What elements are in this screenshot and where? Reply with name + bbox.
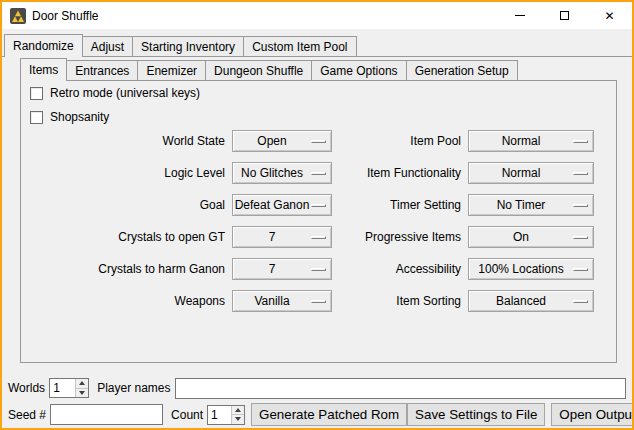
spin-down-icon (79, 391, 85, 395)
save-settings-button[interactable]: Save Settings to File (407, 403, 545, 426)
option-row-goal: Goal Defeat Ganon (30, 194, 332, 216)
item-functionality-dropdown[interactable]: Normal (468, 162, 594, 184)
logic-level-dropdown[interactable]: No Glitches (232, 162, 332, 184)
close-button[interactable]: ✕ (587, 2, 632, 29)
option-row-timer-setting: Timer Setting No Timer (340, 194, 594, 216)
tab-enemizer[interactable]: Enemizer (137, 60, 206, 80)
minimize-icon (515, 15, 525, 16)
option-row-item-pool: Item Pool Normal (340, 130, 594, 152)
tab-custom-item-pool[interactable]: Custom Item Pool (243, 36, 356, 56)
timer-setting-label: Timer Setting (340, 198, 468, 212)
goal-dropdown[interactable]: Defeat Ganon (232, 194, 332, 216)
world-state-value: Open (233, 134, 311, 148)
tab-adjust[interactable]: Adjust (82, 36, 133, 56)
count-spin-up-button[interactable] (232, 406, 244, 415)
options-column-left: World State Open Logic Level No Glitches… (30, 130, 332, 312)
option-row-item-sorting: Item Sorting Balanced (340, 290, 594, 312)
seed-input[interactable] (50, 404, 163, 425)
dropdown-indicator-icon (311, 172, 326, 175)
progressive-items-label: Progressive Items (340, 230, 468, 244)
option-row-item-functionality: Item Functionality Normal (340, 162, 594, 184)
tab-starting-inventory[interactable]: Starting Inventory (132, 36, 244, 56)
worlds-label: Worlds (8, 381, 45, 395)
worlds-spin-up-button[interactable] (76, 379, 88, 388)
weapons-label: Weapons (30, 294, 232, 308)
player-names-label: Player names (97, 381, 170, 395)
shopsanity-checkbox-label: Shopsanity (50, 110, 109, 124)
item-sorting-label: Item Sorting (340, 294, 468, 308)
multiworld-row: Worlds 1 Player names (8, 377, 626, 399)
progressive-items-dropdown[interactable]: On (468, 226, 594, 248)
count-spinbox-arrows (231, 406, 244, 424)
app-icon (10, 8, 26, 24)
tab-entrances[interactable]: Entrances (66, 60, 138, 80)
option-row-crystals-ganon: Crystals to harm Ganon 7 (30, 258, 332, 280)
world-state-dropdown[interactable]: Open (232, 130, 332, 152)
option-row-weapons: Weapons Vanilla (30, 290, 332, 312)
player-names-input[interactable] (175, 378, 627, 399)
accessibility-dropdown[interactable]: 100% Locations (468, 258, 594, 280)
item-pool-label: Item Pool (340, 134, 468, 148)
item-functionality-value: Normal (469, 166, 573, 180)
logic-level-value: No Glitches (233, 166, 311, 180)
worlds-spinbox[interactable]: 1 (49, 378, 89, 398)
main-tab-bar: Randomize Adjust Starting Inventory Cust… (4, 33, 357, 56)
crystals-gt-dropdown[interactable]: 7 (232, 226, 332, 248)
count-spin-down-button[interactable] (232, 414, 244, 424)
accessibility-value: 100% Locations (469, 262, 573, 276)
retro-mode-checkbox-label: Retro mode (universal keys) (50, 86, 200, 100)
app-window: Door Shuffle ✕ Randomize Adjust Starting… (0, 0, 634, 430)
timer-setting-dropdown[interactable]: No Timer (468, 194, 594, 216)
progressive-items-value: On (469, 230, 573, 244)
generate-patched-rom-button[interactable]: Generate Patched Rom (251, 403, 407, 426)
spin-down-icon (235, 417, 241, 421)
retro-mode-checkbox-box[interactable] (30, 87, 43, 100)
item-sorting-dropdown[interactable]: Balanced (468, 290, 594, 312)
tab-items[interactable]: Items (20, 58, 67, 81)
shopsanity-checkbox-box[interactable] (30, 111, 43, 124)
minimize-button[interactable] (497, 2, 542, 29)
world-state-label: World State (30, 134, 232, 148)
timer-setting-value: No Timer (469, 198, 573, 212)
weapons-dropdown[interactable]: Vanilla (232, 290, 332, 312)
logic-level-label: Logic Level (30, 166, 232, 180)
dropdown-indicator-icon (573, 172, 588, 175)
dropdown-indicator-icon (573, 204, 588, 207)
window-title: Door Shuffle (32, 9, 99, 23)
dropdown-indicator-icon (311, 300, 326, 303)
spin-up-icon (235, 408, 241, 412)
dropdown-indicator-icon (311, 204, 326, 207)
option-row-logic-level: Logic Level No Glitches (30, 162, 332, 184)
titlebar[interactable]: Door Shuffle ✕ (2, 2, 632, 29)
items-tab-panel: Retro mode (universal keys) Shopsanity W… (20, 80, 617, 363)
shopsanity-checkbox[interactable]: Shopsanity (30, 109, 109, 125)
accessibility-label: Accessibility (340, 262, 468, 276)
tab-randomize[interactable]: Randomize (4, 34, 83, 57)
goal-value: Defeat Ganon (233, 198, 311, 212)
tab-dungeon-shuffle[interactable]: Dungeon Shuffle (205, 60, 312, 80)
spin-up-icon (79, 381, 85, 385)
dropdown-indicator-icon (573, 268, 588, 271)
count-label: Count (171, 408, 203, 422)
option-row-world-state: World State Open (30, 130, 332, 152)
crystals-ganon-dropdown[interactable]: 7 (232, 258, 332, 280)
item-pool-dropdown[interactable]: Normal (468, 130, 594, 152)
open-output-directory-button[interactable]: Open Output Directory (551, 403, 634, 426)
option-row-crystals-gt: Crystals to open GT 7 (30, 226, 332, 248)
weapons-value: Vanilla (233, 294, 311, 308)
option-row-progressive-items: Progressive Items On (340, 226, 594, 248)
item-sorting-value: Balanced (469, 294, 573, 308)
tab-game-options[interactable]: Game Options (311, 60, 406, 80)
window-controls: ✕ (497, 2, 632, 29)
dropdown-indicator-icon (311, 236, 326, 239)
seed-row: Seed # Count 1 Generate Patched Rom Save… (8, 403, 628, 426)
count-spinbox[interactable]: 1 (207, 405, 245, 425)
tab-generation-setup[interactable]: Generation Setup (406, 60, 518, 80)
worlds-spinbox-arrows (75, 379, 88, 397)
crystals-gt-value: 7 (233, 230, 311, 244)
dropdown-indicator-icon (573, 300, 588, 303)
worlds-spinbox-value: 1 (50, 379, 75, 397)
maximize-button[interactable] (542, 2, 587, 29)
worlds-spin-down-button[interactable] (76, 388, 88, 398)
retro-mode-checkbox[interactable]: Retro mode (universal keys) (30, 85, 200, 101)
